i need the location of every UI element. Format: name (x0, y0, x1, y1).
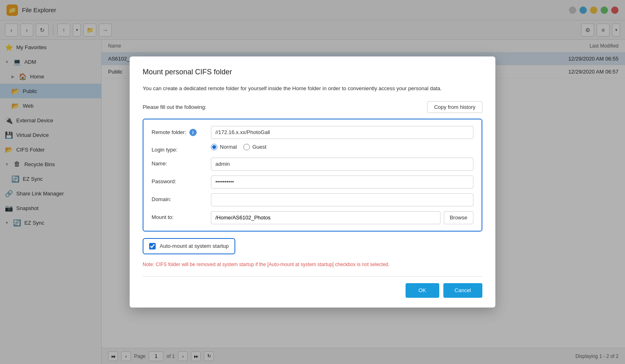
password-input[interactable] (211, 176, 473, 188)
radio-normal-label[interactable]: Normal (211, 144, 237, 150)
name-row: Name: (152, 158, 473, 171)
copy-history-button[interactable]: Copy from history (427, 101, 482, 113)
note-text: Note: CIFS folder will be removed at sys… (143, 261, 482, 268)
radio-guest-input[interactable] (243, 144, 250, 150)
dialog-description: You can create a dedicated remote folder… (143, 84, 482, 93)
remote-folder-row: Remote folder: i (152, 126, 473, 139)
mount-cifs-dialog: Mount personal CIFS folder You can creat… (130, 56, 495, 308)
domain-control (211, 193, 473, 206)
cancel-button[interactable]: Cancel (443, 283, 482, 298)
radio-guest-label[interactable]: Guest (243, 144, 267, 150)
info-icon[interactable]: i (189, 129, 197, 136)
login-type-row: Login type: Normal Guest (152, 144, 473, 153)
dialog-fill-prompt: Please fill out the following: (143, 104, 206, 110)
dialog-overlay: Mount personal CIFS folder You can creat… (0, 0, 625, 364)
name-label: Name: (152, 158, 204, 167)
remote-folder-label: Remote folder: i (152, 126, 204, 136)
domain-input[interactable] (211, 193, 473, 206)
auto-mount-section: Auto-mount at system startup (143, 238, 235, 254)
app-window: 📁 File Explorer ‹ › ↻ ↑ ▾ 📁 → ⚙ ≡ ▾ (0, 0, 625, 364)
radio-normal-text: Normal (220, 144, 237, 150)
auto-mount-checkbox[interactable] (149, 243, 156, 249)
login-type-label: Login type: (152, 144, 204, 153)
remote-folder-input[interactable] (211, 126, 473, 139)
auto-mount-label[interactable]: Auto-mount at system startup (160, 243, 229, 249)
mount-to-input-row: Browse (211, 211, 473, 224)
ok-button[interactable]: OK (406, 283, 439, 298)
password-control (211, 176, 473, 188)
radio-normal-input[interactable] (211, 144, 217, 150)
dialog-form: Remote folder: i Login type: Nor (143, 119, 482, 232)
domain-label: Domain: (152, 193, 204, 202)
domain-row: Domain: (152, 193, 473, 206)
name-control (211, 158, 473, 171)
login-type-control: Normal Guest (211, 144, 473, 150)
dialog-divider (143, 276, 482, 277)
browse-button[interactable]: Browse (444, 211, 473, 224)
mount-to-control: Browse (211, 211, 473, 224)
name-input[interactable] (211, 158, 473, 171)
password-label: Password: (152, 176, 204, 184)
dialog-buttons: OK Cancel (143, 283, 482, 298)
password-row: Password: (152, 176, 473, 188)
dialog-title: Mount personal CIFS folder (143, 68, 482, 76)
radio-guest-text: Guest (252, 144, 267, 150)
login-type-radio-group: Normal Guest (211, 144, 473, 150)
mount-to-input[interactable] (211, 211, 441, 224)
mount-to-row: Mount to: Browse (152, 211, 473, 224)
mount-to-label: Mount to: (152, 211, 204, 220)
remote-folder-control (211, 126, 473, 139)
